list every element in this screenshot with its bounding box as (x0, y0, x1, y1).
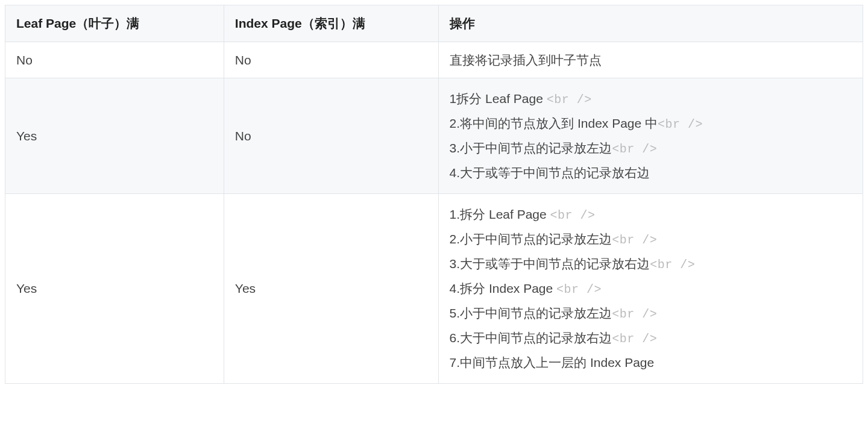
cell-index: No (224, 78, 438, 194)
operation-text: 3.小于中间节点的记录放左边 (450, 141, 612, 155)
table-row: YesYes1.拆分 Leaf Page <br />2.小于中间节点的记录放左… (5, 193, 863, 383)
cell-operation: 1拆分 Leaf Page <br />2.将中间的节点放入到 Index Pa… (438, 78, 863, 194)
cell-leaf: No (5, 42, 224, 78)
table-row: NoNo直接将记录插入到叶子节点 (5, 42, 863, 78)
cell-operation: 1.拆分 Leaf Page <br />2.小于中间节点的记录放左边<br /… (438, 193, 863, 383)
cell-index: Yes (224, 193, 438, 383)
operation-line: 1拆分 Leaf Page <br /> (450, 87, 852, 111)
cell-operation: 直接将记录插入到叶子节点 (438, 42, 863, 78)
header-leaf: Leaf Page（叶子）满 (5, 5, 224, 42)
br-tag-literal: <br /> (612, 307, 657, 321)
operation-line: 5.小于中间节点的记录放左边<br /> (450, 301, 852, 326)
cell-leaf: Yes (5, 78, 224, 194)
operation-text: 5.小于中间节点的记录放左边 (450, 306, 612, 320)
table-header-row: Leaf Page（叶子）满 Index Page（索引）满 操作 (5, 5, 863, 42)
br-tag-literal: <br /> (556, 283, 602, 296)
header-index: Index Page（索引）满 (224, 5, 438, 42)
operation-line: 3.小于中间节点的记录放左边<br /> (450, 136, 852, 161)
operation-text: 3.大于或等于中间节点的记录放右边 (450, 257, 650, 271)
operation-line: 3.大于或等于中间节点的记录放右边<br /> (450, 252, 852, 277)
operation-text: 1.拆分 Leaf Page (450, 207, 550, 221)
operation-text: 7.中间节点放入上一层的 Index Page (450, 355, 655, 369)
operation-text: 4.拆分 Index Page (450, 281, 556, 295)
operation-line: 1.拆分 Leaf Page <br /> (450, 202, 852, 227)
operation-text: 6.大于中间节点的记录放右边 (450, 331, 612, 345)
br-tag-literal: <br /> (547, 93, 592, 107)
operation-line: 7.中间节点放入上一层的 Index Page (450, 351, 852, 375)
cell-leaf: Yes (5, 193, 224, 383)
br-tag-literal: <br /> (612, 142, 657, 156)
operation-line: 2.小于中间节点的记录放左边<br /> (450, 227, 852, 252)
operation-text: 4.大于或等于中间节点的记录放右边 (450, 166, 650, 180)
br-tag-literal: <br /> (658, 117, 703, 131)
operation-text: 2.小于中间节点的记录放左边 (450, 232, 612, 246)
btree-operations-table: Leaf Page（叶子）满 Index Page（索引）满 操作 NoNo直接… (5, 5, 863, 384)
br-tag-literal: <br /> (612, 233, 657, 247)
table-row: YesNo1拆分 Leaf Page <br />2.将中间的节点放入到 Ind… (5, 78, 863, 194)
table-body: NoNo直接将记录插入到叶子节点YesNo1拆分 Leaf Page <br /… (5, 42, 863, 383)
operation-line: 4.拆分 Index Page <br /> (450, 277, 852, 301)
operation-text: 1拆分 Leaf Page (450, 92, 547, 105)
br-tag-literal: <br /> (650, 258, 695, 272)
operation-line: 6.大于中间节点的记录放右边<br /> (450, 326, 852, 351)
cell-index: No (224, 42, 438, 78)
br-tag-literal: <br /> (550, 208, 596, 222)
header-operation: 操作 (438, 5, 863, 42)
operation-line: 2.将中间的节点放入到 Index Page 中<br /> (450, 111, 852, 136)
br-tag-literal: <br /> (612, 332, 657, 346)
operation-text: 2.将中间的节点放入到 Index Page 中 (450, 116, 658, 130)
operation-line: 4.大于或等于中间节点的记录放右边 (450, 161, 852, 185)
